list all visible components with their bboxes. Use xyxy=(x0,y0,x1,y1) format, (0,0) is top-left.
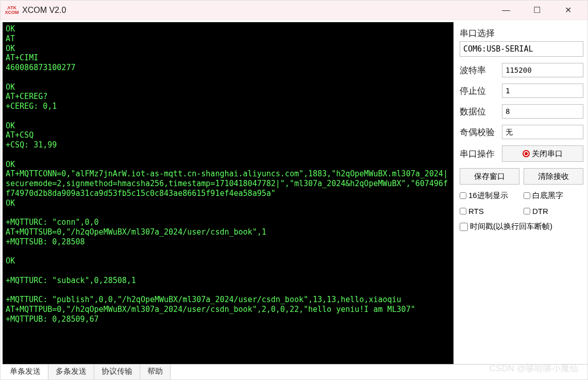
port-op-label: 串口操作 xyxy=(460,148,498,160)
titlebar: ATKXCOM XCOM V2.0 — ☐ ✕ xyxy=(1,1,587,20)
app-icon: ATKXCOM xyxy=(5,5,19,15)
window-controls: — ☐ ✕ xyxy=(491,1,583,20)
port-toggle-button[interactable]: 关闭串口 xyxy=(502,145,583,162)
parity-select[interactable]: 无 xyxy=(502,125,583,139)
white-bg-checkbox[interactable]: 白底黑字 xyxy=(524,191,583,201)
baud-row: 波特率 115200 xyxy=(460,63,583,77)
rts-checkbox[interactable]: RTS xyxy=(460,207,519,216)
dtr-checkbox[interactable]: DTR xyxy=(524,207,583,216)
data-row: 数据位 8 xyxy=(460,104,583,119)
port-select[interactable]: COM6:USB-SERIAL xyxy=(460,41,583,57)
minimize-button[interactable]: — xyxy=(491,1,522,20)
side-panel: 串口选择 COM6:USB-SERIAL 波特率 115200 停止位 1 数据… xyxy=(453,20,587,364)
tab-item[interactable]: 单条发送 xyxy=(3,365,48,379)
port-section: 串口选择 COM6:USB-SERIAL xyxy=(460,27,583,57)
action-row: 保存窗口 清除接收 xyxy=(460,168,583,185)
port-section-title: 串口选择 xyxy=(460,27,583,39)
timestamp-checkbox[interactable]: 时间戳(以换行回车断帧) xyxy=(460,222,583,232)
bottom-tabs: 单条发送多条发送协议传输帮助 xyxy=(3,364,587,379)
hex-display-checkbox[interactable]: 16进制显示 xyxy=(460,191,519,201)
main-area: OK AT OK AT+CIMI 460086873100277 OK AT+C… xyxy=(1,20,587,364)
baud-label: 波特率 xyxy=(460,64,498,76)
data-select[interactable]: 8 xyxy=(502,104,583,119)
tab-item[interactable]: 帮助 xyxy=(140,365,171,379)
clear-receive-button[interactable]: 清除接收 xyxy=(524,168,583,185)
port-status-icon xyxy=(523,150,530,157)
data-label: 数据位 xyxy=(460,106,498,118)
port-op-row: 串口操作 关闭串口 xyxy=(460,145,583,162)
terminal-output[interactable]: OK AT OK AT+CIMI 460086873100277 OK AT+C… xyxy=(3,22,453,364)
parity-row: 奇偶校验 无 xyxy=(460,125,583,139)
tab-item[interactable]: 协议传输 xyxy=(94,365,140,379)
stop-select[interactable]: 1 xyxy=(502,84,583,98)
baud-select[interactable]: 115200 xyxy=(502,63,583,77)
tab-item[interactable]: 多条发送 xyxy=(48,365,94,379)
parity-label: 奇偶校验 xyxy=(460,126,498,138)
stop-row: 停止位 1 xyxy=(460,84,583,98)
flow-control-row: RTS DTR xyxy=(460,207,583,216)
save-window-button[interactable]: 保存窗口 xyxy=(460,168,519,185)
port-toggle-label: 关闭串口 xyxy=(532,149,563,159)
display-options-row: 16进制显示 白底黑字 xyxy=(460,191,583,201)
window-title: XCOM V2.0 xyxy=(22,6,66,15)
close-button[interactable]: ✕ xyxy=(552,1,583,20)
stop-label: 停止位 xyxy=(460,85,498,97)
maximize-button[interactable]: ☐ xyxy=(522,1,552,20)
